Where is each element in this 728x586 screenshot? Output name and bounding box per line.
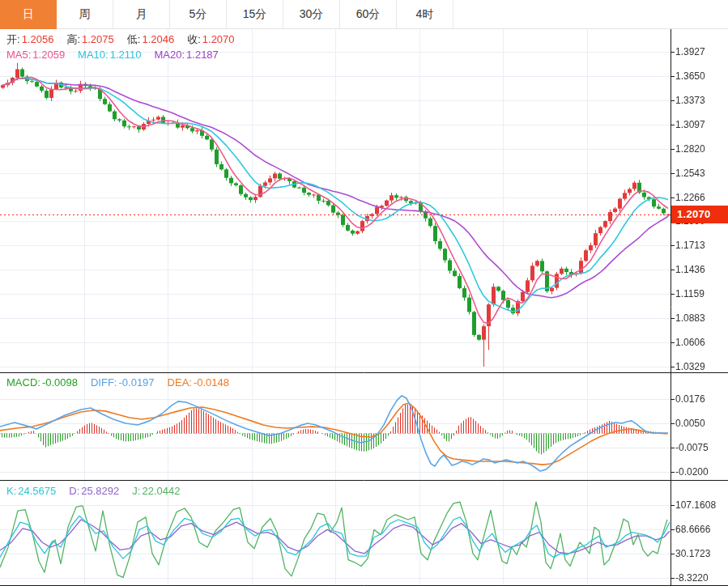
legend-label: MA10: <box>78 49 109 61</box>
axis-tick-label: 1.3097 <box>675 119 705 130</box>
legend-value: 25.8292 <box>81 485 119 497</box>
axis-tick-label: -8.3220 <box>675 572 709 584</box>
axis-tick-label: 1.2820 <box>675 143 705 155</box>
axis-tick-label: 1.3650 <box>675 70 705 82</box>
tab-4hour[interactable]: 4时 <box>397 0 453 28</box>
axis-tick-label: 1.3373 <box>675 95 705 106</box>
legend-label: DEA: <box>168 376 192 389</box>
legend-value: -0.0148 <box>194 376 229 389</box>
legend-value: 1.2110 <box>110 49 142 61</box>
kdj-legend: K:24.5675D:25.8292J:22.0442 <box>6 485 193 497</box>
tab-week[interactable]: 周 <box>57 0 113 28</box>
tab-day[interactable]: 日 <box>0 0 57 29</box>
legend-label: MACD: <box>6 376 40 389</box>
axis-tick-label: 107.1608 <box>675 499 716 511</box>
axis-tick-label: 1.2543 <box>675 168 705 179</box>
legend-value: 1.2187 <box>186 49 219 61</box>
axis-tick-label: 1.1713 <box>675 240 705 251</box>
legend-label: 开: <box>6 33 20 45</box>
legend-label: DIFF: <box>91 376 117 389</box>
axis-tick-label: 0.0176 <box>675 393 705 405</box>
legend-label: 收: <box>187 33 201 45</box>
legend-value: -0.0098 <box>42 376 78 389</box>
legend-label: D: <box>69 485 79 497</box>
legend-label: J: <box>132 485 140 497</box>
tab-15min[interactable]: 15分 <box>227 0 283 28</box>
ohlc-legend: 开:1.2056高:1.2075低:1.2046收:1.2070 <box>6 32 248 47</box>
macd-legend: MACD:-0.0098DIFF:-0.0197DEA:-0.0148 <box>6 376 242 389</box>
legend-label: 低: <box>127 33 141 45</box>
legend-value: 1.2075 <box>82 33 114 45</box>
axis-tick-label: 1.2266 <box>675 192 705 203</box>
legend-value: 1.2070 <box>202 33 235 45</box>
legend-value: 24.5675 <box>18 485 56 497</box>
trading-chart-app: 日周月5分15分30分60分4时 开:1.2056高:1.2075低:1.204… <box>0 0 728 586</box>
legend-value: 1.2056 <box>22 33 54 45</box>
tab-month[interactable]: 月 <box>113 0 170 28</box>
ma-legend: MA5:1.2059MA10:1.2110MA20:1.2187 <box>6 49 232 61</box>
legend-value: 1.2059 <box>32 49 65 61</box>
chart-canvas[interactable] <box>0 0 728 586</box>
legend-value: -0.0197 <box>118 376 154 389</box>
current-price-badge: 1.2070 <box>671 206 728 223</box>
axis-tick-label: -0.0200 <box>675 466 709 478</box>
axis-tick-label: 1.0883 <box>675 312 705 324</box>
axis-tick-label: 1.0329 <box>675 361 705 372</box>
legend-label: K: <box>6 485 16 497</box>
axis-tick-label: 1.0606 <box>675 337 705 348</box>
axis-tick-label: 1.1159 <box>675 288 705 299</box>
axis-tick-label: 1.1436 <box>675 264 705 275</box>
tab-30min[interactable]: 30分 <box>283 0 340 28</box>
axis-tick-label: 0.0050 <box>675 418 705 429</box>
timeframe-tabbar: 日周月5分15分30分60分4时 <box>0 0 728 29</box>
axis-tick-label: 1.3927 <box>675 46 705 57</box>
axis-tick-label: 68.6666 <box>675 524 710 535</box>
legend-value: 22.0442 <box>142 485 180 497</box>
axis-tick-label: 30.1723 <box>675 548 710 559</box>
tab-60min[interactable]: 60分 <box>340 0 397 28</box>
legend-label: MA20: <box>154 49 185 61</box>
axis-tick-label: -0.0075 <box>675 442 709 453</box>
legend-label: 高: <box>66 33 80 45</box>
legend-value: 1.2046 <box>142 33 174 45</box>
tab-5min[interactable]: 5分 <box>170 0 227 28</box>
legend-label: MA5: <box>6 49 31 61</box>
